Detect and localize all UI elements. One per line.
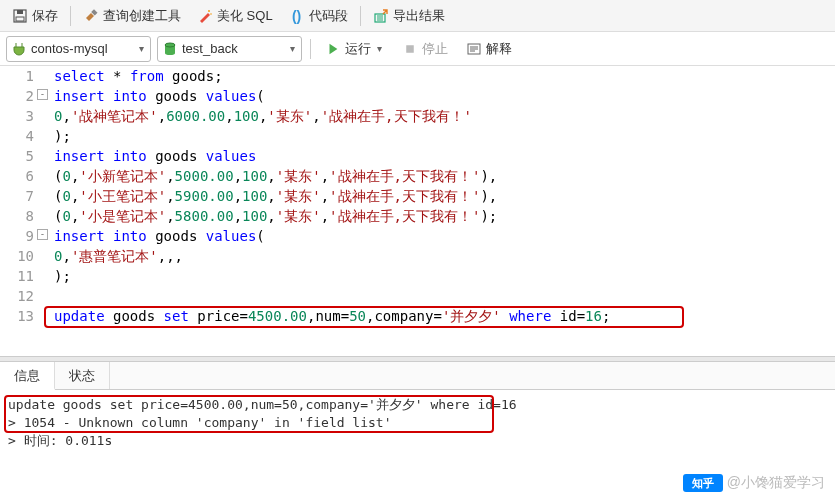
chevron-down-icon: ▾	[375, 43, 384, 54]
wand-icon	[197, 8, 213, 24]
code-content[interactable]: (0,'小王笔记本',5900.00,100,'某东','战神在手,天下我有！'…	[40, 186, 497, 206]
stop-button: 停止	[396, 37, 454, 61]
chevron-down-icon: ▾	[288, 43, 297, 54]
code-content[interactable]: insert into goods values(	[40, 86, 265, 106]
chevron-down-icon: ▾	[137, 43, 146, 54]
line-number: 4	[0, 126, 40, 146]
code-content[interactable]: insert into goods values	[40, 146, 256, 166]
output-line-error: > 1054 - Unknown column 'company' in 'fi…	[8, 414, 827, 432]
output-panel: update goods set price=4500.00,num=50,co…	[0, 390, 835, 456]
database-dropdown[interactable]: test_back ▾	[157, 36, 302, 62]
code-line[interactable]: 9-insert into goods values(	[0, 226, 835, 246]
snippet-label: 代码段	[309, 7, 348, 25]
sql-editor[interactable]: 1select * from goods;2-insert into goods…	[0, 66, 835, 356]
run-label: 运行	[345, 40, 371, 58]
stop-icon	[402, 41, 418, 57]
svg-rect-2	[16, 17, 24, 21]
main-toolbar: 保存 查询创建工具 美化 SQL () 代码段 导出结果	[0, 0, 835, 32]
run-button[interactable]: 运行 ▾	[319, 37, 390, 61]
line-number: 13	[0, 306, 40, 326]
line-number: 11	[0, 266, 40, 286]
export-button[interactable]: 导出结果	[367, 4, 451, 28]
query-tool-label: 查询创建工具	[103, 7, 181, 25]
code-content[interactable]: );	[40, 126, 71, 146]
parentheses-icon: ()	[289, 8, 305, 24]
code-line[interactable]: 2-insert into goods values(	[0, 86, 835, 106]
code-content[interactable]: 0,'惠普笔记本',,,	[40, 246, 183, 266]
line-number: 8	[0, 206, 40, 226]
server-name: contos-mysql	[27, 41, 137, 56]
connection-bar: contos-mysql ▾ test_back ▾ 运行 ▾ 停止 解释	[0, 32, 835, 66]
code-line[interactable]: 30,'战神笔记本',6000.00,100,'某东','战神在手,天下我有！'	[0, 106, 835, 126]
code-content[interactable]: (0,'小新笔记本',5000.00,100,'某东','战神在手,天下我有！'…	[40, 166, 497, 186]
fold-toggle[interactable]: -	[37, 89, 48, 100]
code-line[interactable]: 13update goods set price=4500.00,num=50,…	[0, 306, 835, 326]
code-line[interactable]: 4);	[0, 126, 835, 146]
svg-rect-1	[17, 10, 23, 14]
separator	[360, 6, 361, 26]
line-number: 10	[0, 246, 40, 266]
watermark-text: @小馋猫爱学习	[727, 474, 825, 492]
beautify-button[interactable]: 美化 SQL	[191, 4, 279, 28]
line-number: 6	[0, 166, 40, 186]
line-number: 12	[0, 286, 40, 306]
line-number: 2-	[0, 86, 40, 106]
fold-toggle[interactable]: -	[37, 229, 48, 240]
code-line[interactable]: 5insert into goods values	[0, 146, 835, 166]
code-content[interactable]: select * from goods;	[40, 66, 223, 86]
line-number: 5	[0, 146, 40, 166]
line-number: 3	[0, 106, 40, 126]
svg-rect-9	[406, 45, 414, 53]
code-line[interactable]: 100,'惠普笔记本',,,	[0, 246, 835, 266]
watermark: 知乎 @小馋猫爱学习	[683, 474, 825, 492]
save-label: 保存	[32, 7, 58, 25]
separator	[310, 39, 311, 59]
code-content[interactable]: update goods set price=4500.00,num=50,co…	[40, 306, 610, 326]
code-content[interactable]: 0,'战神笔记本',6000.00,100,'某东','战神在手,天下我有！'	[40, 106, 472, 126]
line-number: 1	[0, 66, 40, 86]
code-content[interactable]: );	[40, 266, 71, 286]
code-line[interactable]: 1select * from goods;	[0, 66, 835, 86]
code-line[interactable]: 11);	[0, 266, 835, 286]
plug-icon	[11, 41, 27, 57]
code-content[interactable]: (0,'小是笔记本',5800.00,100,'某东','战神在手,天下我有！'…	[40, 206, 497, 226]
output-line-time: > 时间: 0.011s	[8, 432, 827, 450]
stop-label: 停止	[422, 40, 448, 58]
server-dropdown[interactable]: contos-mysql ▾	[6, 36, 151, 62]
zhihu-logo-icon: 知乎	[683, 474, 723, 492]
export-label: 导出结果	[393, 7, 445, 25]
export-icon	[373, 8, 389, 24]
play-icon	[325, 41, 341, 57]
code-line[interactable]: 6(0,'小新笔记本',5000.00,100,'某东','战神在手,天下我有！…	[0, 166, 835, 186]
database-name: test_back	[178, 41, 288, 56]
line-number: 7	[0, 186, 40, 206]
svg-point-4	[208, 10, 210, 12]
separator	[70, 6, 71, 26]
beautify-label: 美化 SQL	[217, 7, 273, 25]
query-tool-button[interactable]: 查询创建工具	[77, 4, 187, 28]
hammer-icon	[83, 8, 99, 24]
tab-status[interactable]: 状态	[55, 362, 110, 389]
line-number: 9-	[0, 226, 40, 246]
output-tabs: 信息 状态	[0, 362, 835, 390]
snippet-button[interactable]: () 代码段	[283, 4, 354, 28]
tab-info[interactable]: 信息	[0, 362, 55, 390]
explain-label: 解释	[486, 40, 512, 58]
explain-button[interactable]: 解释	[460, 37, 518, 61]
code-content[interactable]: insert into goods values(	[40, 226, 265, 246]
code-line[interactable]: 8(0,'小是笔记本',5800.00,100,'某东','战神在手,天下我有！…	[0, 206, 835, 226]
code-content[interactable]	[40, 286, 54, 306]
explain-icon	[466, 41, 482, 57]
save-button[interactable]: 保存	[6, 4, 64, 28]
svg-point-5	[210, 13, 212, 15]
save-icon	[12, 8, 28, 24]
output-line: update goods set price=4500.00,num=50,co…	[8, 396, 827, 414]
database-icon	[162, 41, 178, 57]
code-line[interactable]: 12	[0, 286, 835, 306]
code-line[interactable]: 7(0,'小王笔记本',5900.00,100,'某东','战神在手,天下我有！…	[0, 186, 835, 206]
